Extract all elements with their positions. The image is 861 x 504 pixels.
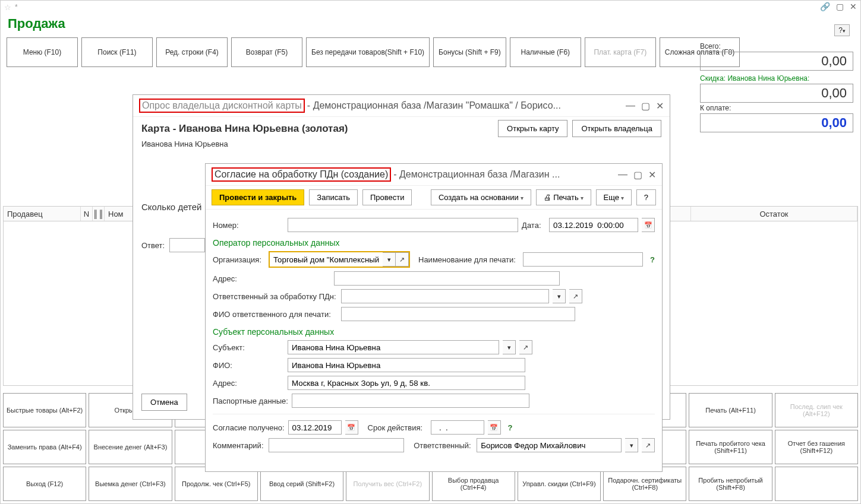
subject-open-icon[interactable]: ↗ bbox=[519, 340, 532, 354]
edit-row-button[interactable]: Ред. строки (F4) bbox=[156, 37, 228, 67]
search-button[interactable]: Поиск (F11) bbox=[81, 37, 153, 67]
subject-input[interactable] bbox=[288, 340, 499, 354]
resp-dropdown-icon[interactable]: ▾ bbox=[625, 438, 638, 452]
subj-address-label: Адрес: bbox=[213, 379, 284, 388]
save-button[interactable]: Записать bbox=[309, 189, 358, 205]
total-label: Всего: bbox=[700, 42, 853, 50]
comment-label: Комментарий: bbox=[213, 441, 265, 450]
validity-calendar-icon[interactable]: 📅 bbox=[488, 420, 501, 435]
titlebar-modified: * bbox=[15, 3, 18, 11]
maximize-icon[interactable]: ▢ bbox=[836, 2, 844, 11]
help-button-dlg2[interactable]: ? bbox=[636, 189, 656, 205]
footer-button-20[interactable]: Выход (F12) bbox=[3, 467, 86, 501]
responsible-label: Ответственный за обработку ПДн: bbox=[213, 292, 338, 301]
print-name-label: Наименование для печати: bbox=[418, 255, 519, 264]
footer-button-11[interactable]: Внесение денег (Alt+F3) bbox=[89, 430, 172, 464]
answer-input[interactable] bbox=[169, 238, 205, 252]
footer-button-18[interactable]: Печать пробитого чека (Shift+F11) bbox=[689, 430, 772, 464]
close-icon[interactable]: ✕ bbox=[850, 2, 857, 11]
responsible-fio-label: ФИО ответственного для печати: bbox=[213, 310, 338, 319]
post-button[interactable]: Провести bbox=[362, 189, 412, 205]
col-barcode-icon[interactable]: ║║ bbox=[93, 207, 105, 221]
card-button: Плат. карта (F7) bbox=[585, 37, 656, 67]
dlg2-maximize-icon[interactable]: ▢ bbox=[633, 169, 642, 180]
date-input[interactable] bbox=[549, 218, 638, 232]
create-based-button[interactable]: Создать на основании bbox=[431, 189, 531, 205]
op-address-input[interactable] bbox=[334, 271, 560, 286]
responsible-fio-input[interactable] bbox=[341, 307, 575, 321]
validity-help-icon[interactable]: ? bbox=[508, 423, 513, 432]
validity-label: Срок действия: bbox=[368, 423, 427, 432]
subject-label: Субъект: bbox=[213, 343, 284, 352]
org-dropdown-icon[interactable]: ▾ bbox=[383, 252, 396, 267]
no-transfer-button[interactable]: Без передачи товаров(Shift + F10) bbox=[306, 37, 430, 67]
more-button[interactable]: Еще bbox=[596, 189, 632, 205]
open-owner-button[interactable]: Открыть владельца bbox=[572, 120, 661, 137]
col-remainder: Остаток bbox=[759, 210, 788, 218]
fio-input[interactable] bbox=[288, 358, 525, 372]
footer-button-8[interactable]: Печать (Alt+F11) bbox=[689, 393, 772, 427]
discount-value: 0,00 bbox=[700, 84, 853, 103]
dlg1-close-icon[interactable]: ✕ bbox=[656, 100, 664, 112]
return-button[interactable]: Возврат (F5) bbox=[231, 37, 302, 67]
dlg2-title-highlight: Согласие на обработку ПДн (создание) bbox=[212, 167, 391, 182]
op-address-label: Адрес: bbox=[213, 274, 284, 283]
cash-button[interactable]: Наличные (F6) bbox=[510, 37, 581, 67]
footer-button-0[interactable]: Быстрые товары (Alt+F2) bbox=[3, 393, 86, 427]
help-icon[interactable]: ? bbox=[650, 255, 655, 264]
subject-dropdown-icon[interactable]: ▾ bbox=[503, 340, 516, 354]
subj-address-input[interactable] bbox=[288, 376, 525, 390]
footer-button-29[interactable] bbox=[775, 467, 858, 501]
dlg1-minimize-icon[interactable]: — bbox=[626, 100, 635, 112]
footer-button-19[interactable]: Отчет без гашения (Shift+F12) bbox=[775, 430, 858, 464]
favorite-star-icon[interactable]: ☆ bbox=[4, 3, 11, 12]
footer-button-9: Послед. слип чек (Alt+F12) bbox=[775, 393, 858, 427]
date-label: Дата: bbox=[522, 221, 545, 230]
post-close-button[interactable]: Провести и закрыть bbox=[212, 189, 304, 205]
validity-input[interactable] bbox=[431, 420, 484, 435]
consent-label: Согласие получено: bbox=[213, 423, 285, 432]
col-name: Ном bbox=[108, 210, 124, 218]
passport-label: Паспортные данные: bbox=[213, 397, 288, 405]
comment-input[interactable] bbox=[269, 438, 404, 452]
consent-date-input[interactable] bbox=[288, 420, 342, 435]
dlg1-title-rest: - Демонстрационная база /Магазин "Ромашк… bbox=[307, 100, 561, 111]
dlg2-close-icon[interactable]: ✕ bbox=[648, 169, 656, 180]
link-icon[interactable]: 🔗 bbox=[820, 2, 830, 11]
due-label: К оплате: bbox=[700, 104, 853, 112]
footer-button-28[interactable]: Пробить непробитый (Shift+F8) bbox=[689, 467, 772, 501]
bonuses-button[interactable]: Бонусы (Shift + F9) bbox=[433, 37, 506, 67]
number-input[interactable] bbox=[288, 218, 518, 232]
print-button[interactable]: Печать bbox=[536, 189, 591, 205]
org-open-icon[interactable]: ↗ bbox=[396, 252, 409, 267]
menu-button[interactable]: Меню (F10) bbox=[7, 37, 78, 67]
total-value: 0,00 bbox=[700, 52, 853, 71]
due-value: 0,00 bbox=[700, 113, 853, 132]
resp-input[interactable] bbox=[477, 438, 622, 452]
consent-calendar-icon[interactable]: 📅 bbox=[345, 420, 358, 435]
section-subject: Субъект персональных данных bbox=[213, 327, 655, 337]
print-name-input[interactable] bbox=[523, 252, 643, 267]
dlg1-maximize-icon[interactable]: ▢ bbox=[641, 100, 650, 112]
responsible-input[interactable] bbox=[341, 289, 549, 303]
dlg1-title-highlight: Опрос владельца дисконтной карты bbox=[139, 99, 305, 113]
resp-open-icon[interactable]: ↗ bbox=[642, 438, 655, 452]
number-label: Номер: bbox=[213, 221, 284, 230]
card-owner: Иванова Нина Юрьевна bbox=[141, 140, 661, 148]
discount-label: Скидка: Иванова Нина Юрьевна: bbox=[700, 74, 853, 83]
calendar-icon[interactable]: 📅 bbox=[642, 218, 655, 232]
section-operator: Оператор персональных данных bbox=[213, 238, 655, 248]
responsible-dropdown-icon[interactable]: ▾ bbox=[553, 289, 566, 303]
answer-label: Ответ: bbox=[141, 241, 165, 250]
org-input[interactable] bbox=[270, 252, 383, 267]
dlg2-minimize-icon[interactable]: — bbox=[618, 169, 627, 180]
col-seller: Продавец bbox=[7, 210, 43, 218]
open-card-button[interactable]: Открыть карту bbox=[498, 120, 567, 137]
responsible-open-icon[interactable]: ↗ bbox=[569, 289, 582, 303]
footer-button-21[interactable]: Выемка денег (Ctrl+F3) bbox=[89, 467, 172, 501]
col-num-icon[interactable]: N bbox=[81, 207, 93, 221]
cancel-button[interactable]: Отмена bbox=[141, 394, 187, 411]
passport-input[interactable] bbox=[292, 394, 529, 408]
footer-button-10[interactable]: Заменить права (Alt+F4) bbox=[3, 430, 86, 464]
help-button[interactable]: ?▾ bbox=[834, 24, 850, 36]
